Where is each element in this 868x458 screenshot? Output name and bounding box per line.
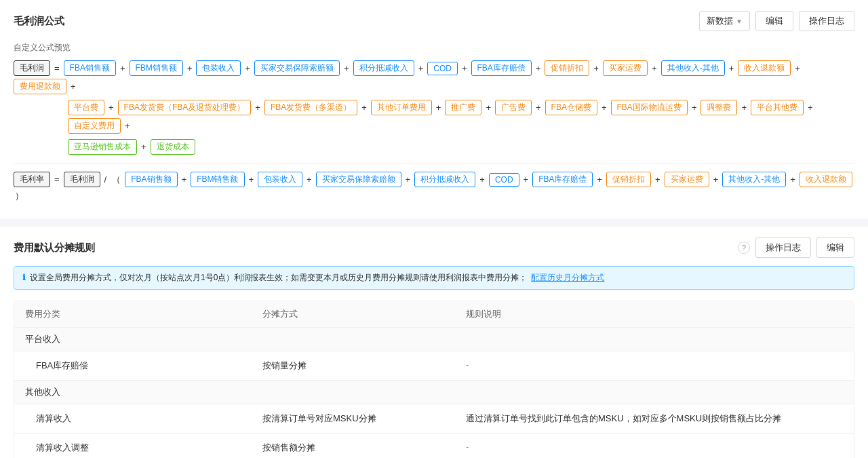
formula-preview-label: 自定义公式预览 (14, 42, 854, 54)
tag-r4-promo: 促销折扣 (606, 172, 651, 187)
table-row: 清算收入调整 按销售额分摊 - (14, 434, 854, 458)
tag-income-refund: 收入退款额 (738, 60, 791, 76)
row-liquidation-method: 按清算订单号对应MSKU分摊 (252, 404, 455, 433)
tag-r4-cod: COD (489, 173, 519, 187)
new-data-dropdown[interactable]: 新数据 ▼ (699, 11, 750, 31)
gross-margin-rate-tag: 毛利率 (14, 172, 50, 187)
formula-row-3: 亚马逊销售成本 + 退货成本 (14, 139, 854, 155)
row-liquidation-rule: 通过清算订单号找到此订单包含的MSKU，如对应多个MSKU则按销售额占比分摊 (455, 404, 854, 433)
tag-r4-buyer-ship: 买家运费 (665, 172, 709, 187)
col-header-method: 分摊方式 (252, 301, 455, 327)
formula-divider (14, 163, 854, 164)
tag-fba-storage: FBA仓储费 (545, 100, 597, 115)
tag-points-deduction: 积分抵减收入 (353, 60, 414, 76)
col-header-category: 费用分类 (14, 301, 252, 327)
tag-other-order-fee: 其他订单费用 (371, 100, 432, 115)
table-row: 清算收入 按清算订单号对应MSKU分摊 通过清算订单号找到此订单包含的MSKU，… (14, 404, 854, 434)
tag-fba-intl-shipping: FBA国际物流运费 (611, 100, 688, 115)
tag-fee-refund: 费用退款额 (14, 79, 66, 94)
page-container: 毛利润公式 新数据 ▼ 编辑 操作日志 自定义公式预览 毛利润 = FBA销售额… (0, 0, 868, 458)
header-actions: 新数据 ▼ 编辑 操作日志 (699, 11, 854, 31)
chevron-down-icon: ▼ (736, 18, 743, 25)
gross-profit-ref-tag: 毛利润 (64, 172, 100, 187)
cost-edit-button[interactable]: 编辑 (816, 237, 854, 258)
tag-package-income: 包装收入 (196, 60, 241, 76)
tag-promotion-fee: 推广费 (445, 100, 481, 115)
row-liquidation-name: 清算收入 (14, 404, 252, 433)
info-link[interactable]: 配置历史月分摊方式 (531, 272, 604, 284)
tag-ad-fee: 广告费 (495, 100, 532, 115)
tag-amazon-cogs: 亚马逊销售成本 (68, 139, 137, 155)
tag-fba-sales: FBA销售额 (64, 60, 116, 76)
tag-fba-multichannel: FBA发货费（多渠道） (264, 100, 357, 115)
row-fba-compensation-method: 按销量分摊 (252, 351, 455, 380)
op: + (119, 63, 127, 73)
cost-allocation-section: 费用默认分摊规则 ? 操作日志 编辑 ℹ 设置全局费用分摊方式，仅对次月（按站点… (0, 227, 868, 458)
tag-adjustment-fee: 调整费 (701, 100, 737, 115)
tag-fbm-sales: FBM销售额 (130, 60, 183, 76)
equal-op-1: = (53, 63, 61, 73)
formula-row-2: 平台费 + FBA发货费（FBA及退货处理费） + FBA发货费（多渠道） + … (14, 100, 854, 134)
table-header: 费用分类 分摊方式 规则说明 (14, 301, 854, 328)
row-fba-compensation-name: FBA库存赔偿 (14, 351, 252, 380)
tag-buyer-protection: 买家交易保障索赔额 (254, 60, 340, 76)
tag-r4-income-refund: 收入退款额 (800, 172, 852, 187)
tag-r4-buyer-protect: 买家交易保障索赔额 (316, 172, 401, 187)
info-icon: ℹ (22, 273, 26, 282)
group-header-platform: 平台收入 (14, 328, 854, 351)
row-liquidation-adj-rule: - (455, 434, 854, 458)
tag-buyer-shipping: 买家运费 (603, 60, 648, 76)
info-banner: ℹ 设置全局费用分摊方式，仅对次月（按站点次月1号0点）利润报表生效；如需变更本… (14, 266, 854, 290)
edit-button[interactable]: 编辑 (755, 11, 793, 31)
group-header-other-income: 其他收入 (14, 381, 854, 404)
tag-r4-other-income: 其他收入-其他 (722, 172, 786, 187)
tag-fba-compensation: FBA库存赔偿 (471, 60, 532, 76)
tag-r4-fba-sales: FBA销售额 (125, 172, 177, 187)
cost-section-title: 费用默认分摊规则 (14, 242, 95, 254)
gross-profit-tag: 毛利润 (14, 60, 50, 76)
formula-section: 毛利润公式 新数据 ▼ 编辑 操作日志 自定义公式预览 毛利润 = FBA销售额… (0, 0, 868, 218)
tag-custom-fee: 自定义费用 (68, 118, 121, 134)
tag-r4-points: 积分抵减收入 (414, 172, 475, 187)
tag-other-income: 其他收入-其他 (661, 60, 725, 76)
row-liquidation-adj-method: 按销售额分摊 (252, 434, 455, 458)
formula-section-header: 毛利润公式 新数据 ▼ 编辑 操作日志 (14, 11, 854, 31)
help-icon[interactable]: ? (738, 242, 750, 254)
cost-table: 费用分类 分摊方式 规则说明 平台收入 FBA库存赔偿 按销量分摊 - 其他收入… (14, 301, 854, 458)
row-liquidation-adj-name: 清算收入调整 (14, 434, 252, 458)
tag-return-cost: 退货成本 (151, 139, 195, 155)
cost-section-header: 费用默认分摊规则 ? 操作日志 编辑 (14, 237, 854, 258)
tag-cod: COD (427, 62, 458, 75)
tag-r4-fbm-sales: FBM销售额 (191, 172, 244, 187)
tag-platform-other: 平台其他费 (751, 100, 804, 115)
formula-row-4: 毛利率 = 毛利润 / （ FBA销售额 + FBM销售额 + 包装收入 + 买… (14, 172, 854, 202)
cost-operation-log-button[interactable]: 操作日志 (755, 237, 811, 258)
row-fba-compensation-rule: - (455, 351, 854, 380)
cost-header-actions: ? 操作日志 编辑 (738, 237, 854, 258)
tag-fba-shipping: FBA发货费（FBA及退货处理费） (118, 100, 252, 115)
tag-r4-package: 包装收入 (258, 172, 302, 187)
tag-promo-discount: 促销折扣 (545, 60, 589, 76)
table-row: FBA库存赔偿 按销量分摊 - (14, 351, 854, 381)
tag-r4-fba-comp: FBA库存赔偿 (532, 172, 593, 187)
new-data-label: 新数据 (707, 15, 733, 27)
operation-log-button[interactable]: 操作日志 (799, 11, 854, 31)
tag-platform-fee: 平台费 (68, 100, 104, 115)
info-text: 设置全局费用分摊方式，仅对次月（按站点次月1号0点）利润报表生效；如需变更本月或… (30, 272, 527, 284)
formula-section-title: 毛利润公式 (14, 15, 64, 28)
col-header-rule: 规则说明 (455, 301, 854, 327)
formula-row-1: 毛利润 = FBA销售额 + FBM销售额 + 包装收入 + 买家交易保障索赔额… (14, 60, 854, 94)
